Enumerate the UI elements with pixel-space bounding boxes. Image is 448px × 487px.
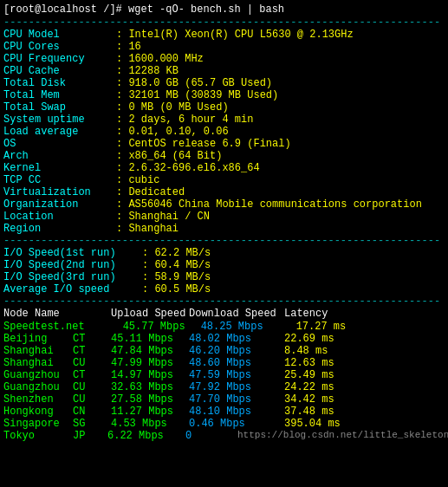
sysinfo-label: Region	[3, 223, 116, 235]
node-upload: 47.84 Mbps	[111, 345, 189, 357]
sysinfo-row: OS: CentOS release 6.9 (Final)	[3, 138, 445, 150]
table-header-cell: Download Speed	[189, 308, 284, 320]
sysinfo-row: System uptime: 2 days, 6 hour 4 min	[3, 114, 445, 126]
io-label: I/O Speed(3rd run)	[3, 271, 142, 283]
command-text: [root@localhost /]# wget -qO- bench.sh |…	[3, 3, 284, 16]
sysinfo-label: Load average	[3, 126, 116, 138]
node-upload: 11.27 Mbps	[111, 406, 189, 418]
table-row: GuangzhouCU32.63 Mbps47.92 Mbps24.22 ms	[3, 381, 445, 393]
node-download: 47.70 Mbps	[189, 393, 284, 406]
sysinfo-value: : 32101 MB (30839 MB Used)	[116, 89, 278, 101]
watermark-row: Tokyo JP 6.22 Mbps 0 https://blog.csdn.n…	[3, 430, 445, 442]
sysinfo-row: Arch: x86_64 (64 Bit)	[3, 150, 445, 162]
node-name: Singapore	[3, 418, 73, 430]
command-line: [root@localhost /]# wget -qO- bench.sh |…	[3, 3, 445, 16]
io-row: I/O Speed(1st run): 62.2 MB/s	[3, 247, 445, 259]
sysinfo-row: CPU Cores: 16	[3, 41, 445, 53]
node-provider: CU	[73, 393, 111, 406]
io-label: I/O Speed(1st run)	[3, 247, 142, 259]
network-table: Node NameUpload SpeedDownload SpeedLaten…	[3, 308, 445, 430]
node-provider: CN	[73, 406, 111, 418]
sysinfo-label: Arch	[3, 150, 116, 162]
io-value: : 58.9 MB/s	[142, 271, 211, 283]
sysinfo-value: : Dedicated	[116, 186, 185, 198]
sysinfo-section: CPU Model: Intel(R) Xeon(R) CPU L5630 @ …	[3, 29, 445, 235]
sysinfo-label: Kernel	[3, 162, 116, 174]
node-name: Speedtest.net	[3, 321, 85, 333]
table-header-cell: Node Name	[3, 308, 111, 320]
node-name: Hongkong	[3, 406, 73, 418]
table-header-row: Node NameUpload SpeedDownload SpeedLaten…	[3, 308, 445, 320]
table-row: ShanghaiCT47.84 Mbps46.20 Mbps8.48 ms	[3, 345, 445, 357]
sysinfo-label: Total Mem	[3, 89, 116, 101]
sysinfo-row: TCP CC: cubic	[3, 174, 445, 186]
sysinfo-row: Total Disk: 918.0 GB (65.7 GB Used)	[3, 77, 445, 89]
sysinfo-value: : 0 MB (0 MB Used)	[116, 101, 229, 114]
sysinfo-row: CPU Cache: 12288 KB	[3, 65, 445, 77]
io-row: I/O Speed(2nd run): 60.4 MB/s	[3, 259, 445, 271]
table-row: ShenzhenCU27.58 Mbps47.70 Mbps34.42 ms	[3, 393, 445, 406]
node-provider: CT	[73, 333, 111, 345]
io-section: I/O Speed(1st run): 62.2 MB/sI/O Speed(2…	[3, 247, 445, 295]
node-download: 48.10 Mbps	[189, 406, 284, 418]
sysinfo-label: OS	[3, 138, 116, 150]
sysinfo-label: Virtualization	[3, 186, 116, 198]
node-upload: 45.77 Mbps	[123, 321, 201, 333]
node-download: 46.20 Mbps	[189, 345, 284, 357]
io-value: : 60.5 MB/s	[142, 283, 211, 295]
node-latency: 37.48 ms	[284, 406, 334, 418]
table-row: Speedtest.net45.77 Mbps48.25 Mbps17.27 m…	[3, 321, 445, 333]
sysinfo-row: Load average: 0.01, 0.10, 0.06	[3, 126, 445, 138]
divider-io: ----------------------------------------…	[3, 295, 445, 308]
sysinfo-label: Total Disk	[3, 77, 116, 89]
node-latency: 8.48 ms	[284, 345, 328, 357]
watermark-text: https://blog.csdn.net/little_skeleton	[237, 430, 448, 442]
sysinfo-row: CPU Frequency: 1600.000 MHz	[3, 53, 445, 65]
sysinfo-value: : Intel(R) Xeon(R) CPU L5630 @ 2.13GHz	[116, 29, 354, 41]
node-provider: CT	[73, 369, 111, 381]
sysinfo-row: Organization: AS56046 China Mobile commu…	[3, 198, 445, 211]
divider-mid: ----------------------------------------…	[3, 235, 445, 247]
sysinfo-label: CPU Frequency	[3, 53, 116, 65]
node-latency: 395.04 ms	[284, 418, 341, 430]
sysinfo-value: : 2.6.32-696.el6.x86_64	[116, 162, 260, 174]
io-value: : 60.4 MB/s	[142, 259, 211, 271]
node-latency: 34.42 ms	[284, 393, 334, 406]
node-name: Shenzhen	[3, 393, 73, 406]
sysinfo-label: CPU Cache	[3, 65, 116, 77]
sysinfo-label: Location	[3, 211, 116, 223]
io-row: I/O Speed(3rd run): 58.9 MB/s	[3, 271, 445, 283]
table-row: GuangzhouCT14.97 Mbps47.59 Mbps25.49 ms	[3, 369, 445, 381]
node-provider: SG	[73, 418, 111, 430]
table-row: BeijingCT45.11 Mbps48.02 Mbps22.69 ms	[3, 333, 445, 345]
io-value: : 62.2 MB/s	[142, 247, 211, 259]
node-upload: 45.11 Mbps	[111, 333, 189, 345]
table-row: SingaporeSG4.53 Mbps0.46 Mbps395.04 ms	[3, 418, 445, 430]
node-latency: 12.63 ms	[284, 357, 334, 369]
node-upload: 32.63 Mbps	[111, 381, 189, 393]
sysinfo-label: Organization	[3, 198, 116, 211]
node-name: Shanghai	[3, 345, 73, 357]
node-download: 48.25 Mbps	[201, 321, 296, 333]
node-upload: 14.97 Mbps	[111, 369, 189, 381]
node-download: 48.02 Mbps	[189, 333, 284, 345]
node-download: 48.60 Mbps	[189, 357, 284, 369]
sysinfo-value: : 0.01, 0.10, 0.06	[116, 126, 229, 138]
node-provider: CU	[73, 381, 111, 393]
node-name: Shanghai	[3, 357, 73, 369]
node-provider: CU	[73, 357, 111, 369]
node-latency: 24.22 ms	[284, 381, 334, 393]
node-provider	[85, 321, 123, 333]
terminal: [root@localhost /]# wget -qO- bench.sh |…	[0, 0, 448, 487]
sysinfo-value: : CentOS release 6.9 (Final)	[116, 138, 291, 150]
node-download: 0.46 Mbps	[189, 418, 284, 430]
node-name: Guangzhou	[3, 381, 73, 393]
io-label: I/O Speed(2nd run)	[3, 259, 142, 271]
sysinfo-label: System uptime	[3, 114, 116, 126]
node-upload: 27.58 Mbps	[111, 393, 189, 406]
node-download: 47.92 Mbps	[189, 381, 284, 393]
node-provider: CT	[73, 345, 111, 357]
sysinfo-value: : 12288 KB	[116, 65, 179, 77]
node-upload: 4.53 Mbps	[111, 418, 189, 430]
sysinfo-label: Total Swap	[3, 101, 116, 114]
